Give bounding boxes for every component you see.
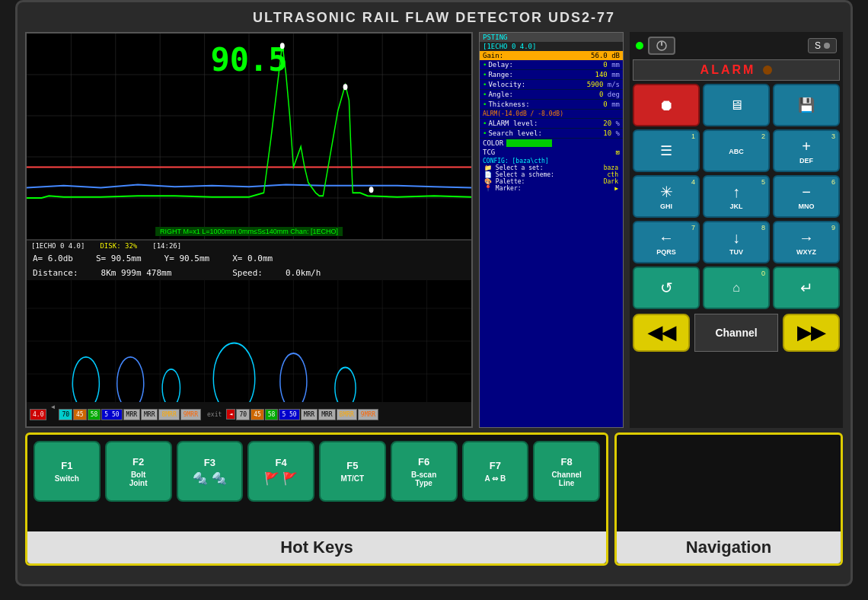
status-bar: [1ECHO 0 4.0] DISK: 32% [14:26] (27, 241, 471, 251)
up-arrow-icon: ↑ (732, 184, 740, 201)
nav-panel: S ALARM ⏺ 🖥 💾 (630, 32, 843, 428)
status-time: [14:26] (152, 242, 181, 250)
fkey-f1-num: F1 (61, 460, 72, 471)
abc-label: ABC (729, 148, 744, 155)
mno-label: MNO (799, 203, 815, 210)
pqrs-label: PQRS (656, 248, 676, 256)
nav-key-monitor[interactable]: 🖥 (703, 84, 770, 126)
nav-key-save[interactable]: 💾 (773, 84, 840, 126)
fkey-f7-label: A ⇔ B (485, 474, 506, 483)
channel-prev-button[interactable]: ◀◀ (633, 314, 690, 352)
config-select-scheme: 📄 Select a scheme: cth (483, 171, 620, 178)
svg-point-14 (280, 43, 285, 49)
device-container: ULTRASONIC RAIL FLAW DETECTOR UDS2-77 90… (15, 0, 853, 586)
wxyz-label: WXYZ (796, 248, 816, 256)
measurement-bar-2: Distance: 8Km 999m 478mm Speed: 0.0km/h (27, 266, 471, 280)
tuv-label: TUV (729, 248, 743, 256)
param-channel: [1ECHO 0 4.0] (480, 42, 623, 51)
home-icon: ⌂ (732, 281, 740, 295)
config-select-set: 📁 Select a set: baza (483, 164, 620, 171)
nav-key-jkl[interactable]: 5 ↑ JKL (703, 175, 770, 218)
param-thickness: •Thickness: 0 mm (480, 100, 623, 110)
jkl-label: JKL (729, 203, 742, 210)
meas-dist-label: Distance: (33, 268, 78, 278)
nav-key-stop[interactable]: ⏺ (633, 84, 700, 126)
nav-key-wxyz[interactable]: 9 → WXYZ (773, 221, 840, 263)
def-label: DEF (799, 157, 813, 164)
save-icon: 💾 (798, 97, 815, 113)
left-arrow-icon: ← (659, 229, 674, 247)
nav-key-list[interactable]: 1 ☰ (633, 129, 700, 172)
nav-key-ghi[interactable]: 4 ✳ GHI (633, 175, 700, 218)
meas-dist-val: 8Km 999m 478mm (101, 268, 172, 278)
nav-key-0[interactable]: 0 ⌂ (703, 266, 770, 309)
param-header: PSTING (480, 33, 623, 42)
plus-icon: + (802, 138, 811, 155)
fkey-f8-num: F8 (561, 456, 573, 468)
fkey-f5[interactable]: F5 MT/CT (319, 441, 386, 502)
fkey-f1-label: Switch (55, 474, 79, 483)
channel-label: Channel (694, 314, 777, 352)
stop-icon: ⏺ (659, 97, 674, 114)
nav-key-tuv[interactable]: 8 ↓ TUV (703, 221, 770, 263)
hot-keys-area: F1 Switch F2 BoltJoint F3 🔩 🔩 F4 🚩 🚩 (25, 432, 608, 566)
gain-row: Gain: 56.0 dB (480, 51, 623, 60)
fkey-f5-label: MT/CT (341, 474, 365, 483)
status-disk: DISK: 32% (100, 242, 137, 250)
monitor-icon: 🖥 (729, 97, 743, 113)
alarm-dot (763, 65, 772, 75)
power-indicator (636, 42, 643, 49)
s-indicator: S (808, 38, 837, 53)
fkey-f4[interactable]: F4 🚩 🚩 (247, 441, 314, 502)
svg-point-15 (343, 84, 348, 90)
fkey-f3[interactable]: F3 🔩 🔩 (177, 441, 244, 502)
fkey-f2-num: F2 (132, 456, 144, 468)
b-scan-display (27, 280, 471, 402)
right-arrow-icon: → (799, 229, 814, 247)
screen-label: RIGHT M=x1 L=1000mm 0mm≤S≤140mm Chan: [1… (155, 227, 343, 236)
navigation-label: Navigation (623, 538, 834, 557)
meas-X: X= 0.0mm (232, 254, 273, 263)
channel-prev-icon: ◀◀ (648, 322, 675, 343)
fkey-f3-num: F3 (204, 457, 215, 468)
alarm-row: ALRM(-14.0dB / -8.0dB) (480, 110, 623, 119)
meas-S: S= 90.5mm (96, 254, 142, 263)
nav-key-pqrs[interactable]: 7 ← PQRS (633, 221, 700, 263)
nav-key-abc[interactable]: 2 ABC (703, 129, 770, 172)
fkey-f7-num: F7 (490, 460, 501, 471)
fkey-f4-num: F4 (276, 457, 287, 468)
device-title: ULTRASONIC RAIL FLAW DETECTOR UDS2-77 (25, 10, 843, 26)
svg-point-16 (369, 187, 374, 193)
fkey-f3-icon: 🔩 🔩 (193, 471, 226, 486)
fkey-f7[interactable]: F7 A ⇔ B (462, 441, 529, 502)
meas-speed-label: Speed: (232, 268, 263, 278)
gain-val: 56.0 dB (591, 52, 620, 59)
power-button[interactable] (648, 37, 675, 55)
param-delay: •Delay: 0 mm (480, 60, 623, 70)
fkey-f6[interactable]: F6 B-scanType (391, 441, 458, 502)
nav-key-def[interactable]: 3 + DEF (773, 129, 840, 172)
param-range: •Range: 140 mm (480, 70, 623, 80)
channel-next-button[interactable]: ▶▶ (783, 314, 840, 352)
nav-key-refresh[interactable]: ↺ (633, 266, 700, 309)
navigation-area: Navigation (614, 432, 843, 566)
status-channel: [1ECHO 0 4.0] (31, 242, 85, 250)
ghi-label: GHI (660, 203, 672, 210)
nav-key-mno[interactable]: 6 − MNO (773, 175, 840, 218)
config-marker: 📍 Marker: ▶ (483, 185, 620, 192)
meas-Y: Y= 90.5mm (164, 254, 210, 263)
main-content: 90.5 (25, 32, 843, 428)
fkey-f2-label: BoltJoint (129, 471, 148, 487)
channel-nav: ◀◀ Channel ▶▶ (633, 314, 840, 352)
fkey-f2[interactable]: F2 BoltJoint (105, 441, 172, 502)
fkey-f8[interactable]: F8 ChannelLine (533, 441, 600, 502)
alarm-text: ALARM (700, 63, 756, 77)
bottom-section: F1 Switch F2 BoltJoint F3 🔩 🔩 F4 🚩 🚩 (25, 432, 843, 566)
star-icon: ✳ (660, 183, 673, 201)
fkey-f1[interactable]: F1 Switch (34, 441, 101, 502)
nav-key-enter[interactable]: ↵ (773, 266, 840, 309)
screen-top: 90.5 (27, 34, 471, 241)
minus-icon: − (802, 184, 811, 201)
waveform-display: 90.5 (27, 34, 471, 239)
fkey-f6-label: B-scanType (411, 471, 436, 487)
